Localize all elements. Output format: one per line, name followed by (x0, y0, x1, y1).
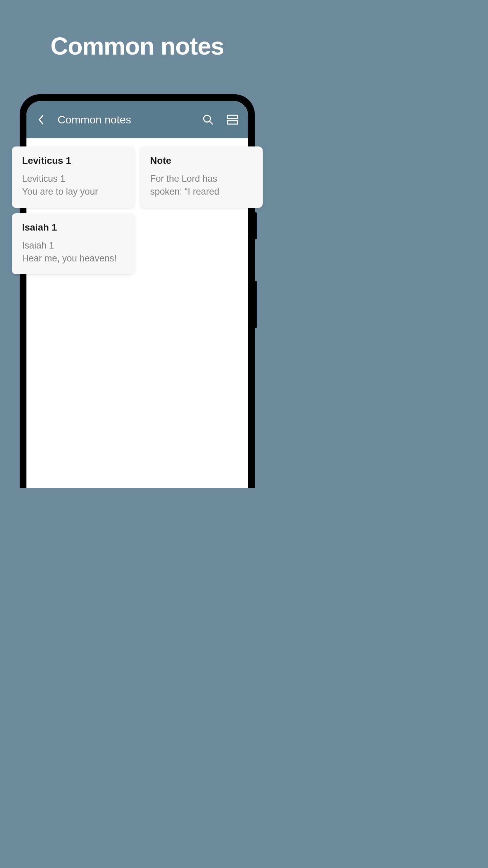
search-button[interactable] (199, 111, 217, 129)
note-card[interactable]: Note For the Lord has spoken: “I reared (140, 146, 263, 208)
app-header-title: Common notes (58, 114, 192, 126)
chevron-left-icon (38, 114, 45, 125)
note-card-line: You are to lay your (22, 186, 98, 197)
app-header: Common notes (26, 101, 248, 138)
view-toggle-button[interactable] (224, 111, 241, 129)
search-icon (202, 114, 214, 125)
note-card-title: Note (150, 155, 252, 166)
hero-title: Common notes (0, 32, 274, 60)
note-card-line: Hear me, you heavens! (22, 253, 117, 263)
svg-rect-2 (227, 115, 238, 119)
note-card-line: Isaiah 1 (22, 240, 54, 251)
note-card-line: spoken: “I reared (150, 186, 219, 197)
svg-line-1 (210, 121, 212, 124)
note-card-title: Isaiah 1 (22, 222, 124, 233)
note-card-body: Isaiah 1 Hear me, you heavens! (22, 239, 124, 265)
note-card-title: Leviticus 1 (22, 155, 124, 166)
phone-side-button (255, 281, 257, 328)
svg-rect-3 (227, 121, 238, 124)
note-card[interactable]: Leviticus 1 Leviticus 1 You are to lay y… (12, 146, 135, 208)
back-button[interactable] (33, 112, 49, 128)
note-card-body: Leviticus 1 You are to lay your (22, 172, 124, 198)
notes-grid: Leviticus 1 Leviticus 1 You are to lay y… (12, 146, 263, 274)
note-card-line: For the Lord has (150, 174, 217, 184)
note-card[interactable]: Isaiah 1 Isaiah 1 Hear me, you heavens! (12, 213, 135, 275)
list-view-icon (227, 114, 238, 125)
note-card-body: For the Lord has spoken: “I reared (150, 172, 252, 198)
note-card-line: Leviticus 1 (22, 174, 65, 184)
